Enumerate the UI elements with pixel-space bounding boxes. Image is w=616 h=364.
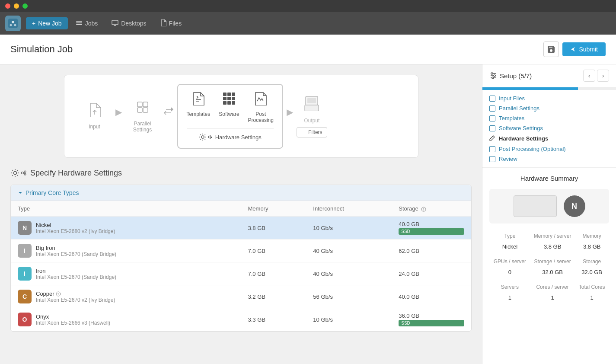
workflow-step-output: Output Filters	[297, 96, 327, 137]
minimize-btn[interactable]	[14, 3, 19, 9]
svg-rect-6	[76, 24, 82, 25]
type-badge-iron: I	[18, 267, 32, 281]
nav-desktops[interactable]: Desktops	[105, 17, 152, 30]
type-info-nickel: Nickel Intel Xeon E5-2680 v2 (Ivy Bridge…	[36, 222, 115, 234]
type-badge-big-iron: I	[18, 244, 32, 258]
hw-col-memory-server: Memory / server	[530, 231, 575, 241]
type-info-copper: Copper ? Intel Xeon E5-2670 v2 (Ivy Brid…	[36, 291, 115, 303]
core-table-row-copper[interactable]: C Copper ? Intel Xeon E5-2670 v2 (Ivy Br…	[11, 285, 471, 308]
hw-col-memory: Memory	[575, 231, 608, 241]
setup-step-software-settings[interactable]: Software Settings	[489, 125, 609, 131]
type-sub-iron: Intel Xeon E5-2670 (Sandy Bridge)	[36, 274, 116, 280]
type-cell-big-iron: I Big Iron Intel Xeon E5-2670 (Sandy Bri…	[11, 239, 241, 262]
storage-cell-big-iron: 62.0 GB	[392, 239, 471, 262]
svg-point-3	[14, 24, 16, 26]
nav-new-job-label: New Job	[38, 20, 61, 27]
hw-storage-val: 32.0 GB	[575, 267, 608, 277]
memory-cell-iron: 7.0 GB	[241, 262, 306, 285]
desktops-icon	[112, 19, 118, 28]
workflow-step-post-processing[interactable]: PostProcessing	[248, 92, 274, 123]
hw-col-total-cores: Total Cores	[575, 282, 608, 292]
edit-icon-hardware-settings	[489, 135, 495, 142]
hardware-settings-section: Specify Hardware Settings Primary Core T…	[0, 168, 482, 342]
parallel-icon	[136, 100, 150, 117]
hw-settings-bar-label: Hardware Settings	[215, 134, 262, 140]
core-types-header[interactable]: Primary Core Types	[11, 185, 471, 201]
svg-point-29	[14, 172, 17, 175]
hw-summary-title: Hardware Summary	[489, 175, 609, 182]
type-sub-nickel: Intel Xeon E5-2680 v2 (Ivy Bridge)	[36, 228, 115, 234]
type-info-iron: Iron Intel Xeon E5-2670 (Sandy Bridge)	[36, 268, 116, 280]
input-label: Input	[89, 124, 100, 130]
setup-step-hardware-settings[interactable]: Hardware Settings	[489, 135, 609, 142]
setup-prev-button[interactable]: ‹	[583, 70, 595, 82]
workflow-container: Input ▶ ParallelSet	[0, 64, 482, 168]
type-cell-copper: C Copper ? Intel Xeon E5-2670 v2 (Ivy Br…	[11, 285, 241, 308]
core-table-row-big-iron[interactable]: I Big Iron Intel Xeon E5-2670 (Sandy Bri…	[11, 239, 471, 262]
type-cell-nickel: N Nickel Intel Xeon E5-2680 v2 (Ivy Brid…	[11, 217, 241, 239]
workflow-step-templates[interactable]: Templates	[187, 92, 211, 123]
page-header: Simulation Job Submit	[0, 35, 616, 64]
filters-label: Filters	[308, 129, 322, 135]
app-logo	[5, 16, 21, 31]
nav-files[interactable]: Files	[154, 17, 188, 30]
arrow-1: ▶	[115, 107, 122, 126]
core-table-row-iron[interactable]: I Iron Intel Xeon E5-2670 (Sandy Bridge)…	[11, 262, 471, 285]
svg-text:?: ?	[57, 293, 59, 296]
memory-cell-big-iron: 7.0 GB	[241, 239, 306, 262]
storage-cell-onyx: 36.0 GB SSD	[392, 308, 471, 331]
svg-rect-24	[232, 101, 235, 105]
maximize-btn[interactable]	[22, 3, 28, 9]
setup-step-templates[interactable]: Templates	[489, 115, 609, 121]
type-cell-onyx: O Onyx Intel Xeon E5-2666 v3 (Haswell)	[11, 308, 241, 331]
save-button[interactable]	[543, 42, 559, 57]
close-btn[interactable]	[5, 3, 10, 9]
svg-rect-27	[307, 98, 316, 103]
svg-rect-19	[223, 97, 227, 100]
step-label-post-processing: Post Processing (Optional)	[499, 146, 566, 152]
hw-col-gpus: GPUs / server	[490, 257, 530, 266]
nav-new-job[interactable]: + New Job	[26, 17, 68, 29]
svg-rect-18	[232, 93, 235, 96]
type-info-big-iron: Big Iron Intel Xeon E5-2670 (Sandy Bridg…	[36, 245, 116, 257]
hw-servers-val: 1	[490, 293, 530, 303]
step-label-software-settings: Software Settings	[499, 125, 543, 131]
step-checkbox-software-settings	[489, 125, 495, 131]
hardware-settings-bar[interactable]: Hardware Settings	[187, 128, 274, 141]
nav-jobs[interactable]: Jobs	[70, 17, 104, 30]
step-checkbox-post-processing	[489, 146, 495, 152]
svg-rect-10	[137, 102, 142, 107]
core-table-row-onyx[interactable]: O Onyx Intel Xeon E5-2666 v3 (Haswell) 3…	[11, 308, 471, 331]
server-icon-circle: N	[564, 195, 585, 217]
filters-button[interactable]: Filters	[297, 127, 327, 137]
core-types-section: Primary Core Types Type Memory	[10, 185, 472, 332]
workflow-step-input[interactable]: Input	[77, 103, 112, 130]
core-table-row-nickel[interactable]: N Nickel Intel Xeon E5-2680 v2 (Ivy Brid…	[11, 217, 471, 239]
workflow-step-software[interactable]: Software	[219, 92, 239, 123]
memory-cell-copper: 3.2 GB	[241, 285, 306, 308]
setup-title: Setup (5/7)	[489, 72, 532, 80]
nav-desktops-label: Desktops	[121, 20, 146, 27]
main-content: Input ▶ ParallelSet	[0, 64, 616, 364]
col-memory: Memory	[241, 201, 306, 217]
hw-col-storage-server: Storage / server	[530, 257, 575, 266]
workflow-step-parallel[interactable]: ParallelSettings	[125, 100, 160, 133]
col-storage: Storage ?	[392, 201, 471, 217]
type-name-nickel: Nickel	[36, 222, 115, 228]
type-cell-iron: I Iron Intel Xeon E5-2670 (Sandy Bridge)	[11, 262, 241, 285]
type-name-big-iron: Big Iron	[36, 245, 116, 251]
submit-button[interactable]: Submit	[562, 42, 606, 56]
setup-step-parallel-settings[interactable]: Parallel Settings	[489, 105, 609, 112]
setup-step-input-files[interactable]: Input Files	[489, 95, 609, 102]
setup-step-post-processing[interactable]: Post Processing (Optional)	[489, 146, 609, 152]
post-processing-label: PostProcessing	[248, 111, 274, 123]
svg-rect-11	[143, 102, 148, 107]
interconnect-cell-copper: 56 Gb/s	[306, 285, 392, 308]
type-sub-onyx: Intel Xeon E5-2666 v3 (Haswell)	[36, 320, 110, 326]
setup-next-button[interactable]: ›	[597, 70, 609, 82]
setup-header: Setup (5/7) ‹ ›	[482, 64, 616, 87]
output-label: Output	[304, 118, 319, 124]
svg-rect-12	[137, 108, 142, 112]
setup-step-review[interactable]: Review	[489, 156, 609, 162]
type-badge-copper: C	[18, 290, 32, 303]
